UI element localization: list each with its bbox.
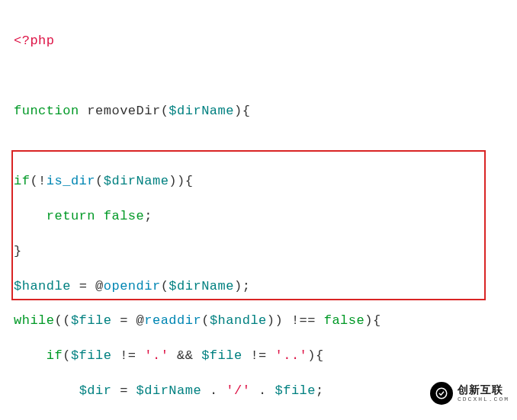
php-open-tag: <?php — [14, 34, 55, 48]
code-line: $handle = @opendir($dirName); — [14, 278, 503, 296]
code-line: } — [14, 243, 503, 261]
code-line: return false; — [14, 208, 503, 226]
code-block: <?php function removeDir($dirName){ if(!… — [14, 15, 503, 420]
watermark-logo-icon — [430, 382, 453, 405]
code-line: function removeDir($dirName){ — [14, 103, 503, 120]
watermark-text-wrap: 创新互联 CDCXHL.COM — [458, 383, 509, 404]
code-line: if(!is_dir($dirName)){ — [14, 173, 503, 191]
code-line: <?php — [14, 33, 503, 50]
watermark-subtext: CDCXHL.COM — [458, 396, 509, 404]
code-line: if($file != '.' && $file != '..'){ — [14, 348, 503, 365]
watermark: 创新互联 CDCXHL.COM — [430, 382, 509, 405]
svg-point-0 — [436, 388, 447, 399]
blank-line — [14, 138, 503, 155]
code-line: while(($file = @readdir($handle)) !== fa… — [14, 313, 503, 330]
blank-line — [14, 68, 503, 85]
